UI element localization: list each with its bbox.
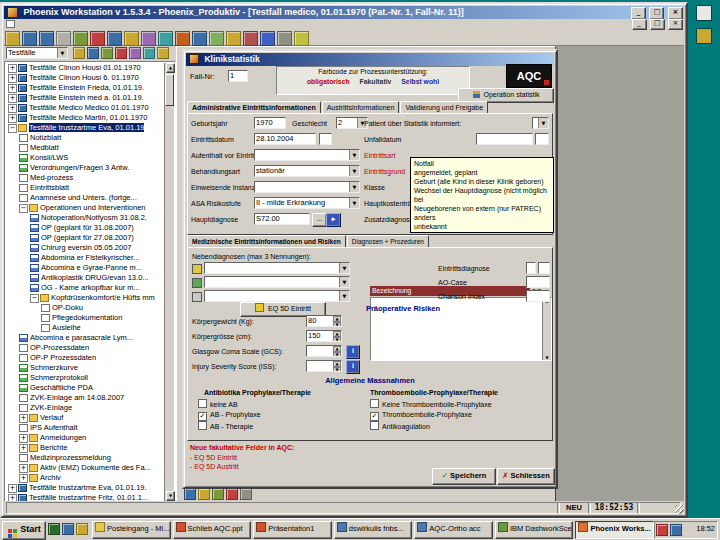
chevron-down-icon[interactable]: ▼ bbox=[349, 150, 359, 160]
tree-item[interactable]: Verordnungen/Fragen 3 Antw. bbox=[6, 163, 162, 173]
spin-down-icon[interactable]: ▼ bbox=[333, 322, 341, 327]
nebendiagnose-combo[interactable]: ▼ bbox=[204, 290, 350, 302]
document-toolbar-icon[interactable] bbox=[198, 488, 210, 500]
tree-item[interactable]: Med-prozess bbox=[6, 173, 162, 183]
unfalldatum-field[interactable] bbox=[476, 133, 533, 145]
dropdown-option[interactable]: anders bbox=[412, 213, 552, 222]
document-toolbar-icon[interactable] bbox=[184, 488, 196, 500]
chevron-down-icon[interactable]: ▼ bbox=[57, 48, 67, 58]
toolbar-icon[interactable] bbox=[5, 31, 20, 46]
tree-item[interactable]: OP-Doku bbox=[6, 303, 162, 313]
resize-grip[interactable] bbox=[675, 505, 684, 514]
eintrittsdatum-field[interactable]: 28.10.2004 bbox=[254, 133, 316, 145]
behandlungsart-combo[interactable]: stationär▼ bbox=[254, 165, 360, 177]
tree-item[interactable]: +Testfälle Clinon Housi 6. 01.1970 bbox=[6, 73, 162, 83]
checkbox-checked-icon[interactable]: ✓ bbox=[370, 412, 379, 421]
taskbar-task[interactable]: dswirkulis fnbs... bbox=[334, 521, 413, 539]
toolbar-icon[interactable] bbox=[56, 31, 71, 46]
tree-expander-icon[interactable]: + bbox=[8, 494, 17, 501]
tree-item[interactable]: OP (geplant für 31.08.2007) bbox=[6, 223, 162, 233]
quick-launch-icon[interactable] bbox=[48, 523, 60, 535]
checkbox-icon[interactable] bbox=[198, 421, 207, 430]
dropdown-option[interactable]: Neugeborenen von extern (nur PATREC) bbox=[412, 204, 552, 213]
tree-expander-icon[interactable]: − bbox=[19, 204, 28, 213]
tree-item[interactable]: Eintrittsblatt bbox=[6, 183, 162, 193]
toolbar-icon[interactable] bbox=[277, 31, 292, 46]
tree-item[interactable]: +Testfälle Clinon Housi 01.01.1970 bbox=[6, 63, 162, 73]
tree-item[interactable]: +Verlauf bbox=[6, 413, 162, 423]
tree-toolbar-icon[interactable] bbox=[157, 47, 169, 59]
tree-item[interactable]: IPS Aufenthalt bbox=[6, 423, 162, 433]
antibiotika-option-row[interactable]: keine AB bbox=[198, 399, 238, 409]
dialog-titlebar[interactable]: Klinikstatistik bbox=[186, 53, 554, 66]
tree-item[interactable]: Abcomina e parasacrale Lym... bbox=[6, 333, 162, 343]
tree-expander-icon[interactable]: + bbox=[8, 84, 17, 93]
tree-item[interactable]: Schmerzkurve bbox=[6, 363, 162, 373]
tree-expander-icon[interactable]: + bbox=[8, 104, 17, 113]
toolbar-icon[interactable] bbox=[260, 31, 275, 46]
tree-toolbar-icon[interactable] bbox=[73, 47, 85, 59]
tree-item[interactable]: Medblatt bbox=[6, 143, 162, 153]
mdi-minimize-button[interactable]: _ bbox=[632, 19, 647, 30]
tree-item[interactable]: Ausleihe bbox=[6, 323, 162, 333]
dropdown-option[interactable]: angemeldet, geplant bbox=[412, 168, 552, 177]
tree-expander-icon[interactable]: − bbox=[30, 294, 39, 303]
tree-item[interactable]: −Operationen und Interventionen bbox=[6, 203, 162, 213]
tree-item[interactable]: +Testfälle trustzartme Fritz, 01.01.1... bbox=[6, 493, 162, 501]
spin-down-icon[interactable]: ▼ bbox=[333, 337, 341, 342]
spinner-arrows[interactable]: ▲▼ bbox=[333, 331, 341, 341]
taskbar-task[interactable]: AQC-Ortho acc bbox=[414, 521, 493, 539]
tree-toolbar-icon[interactable] bbox=[87, 47, 99, 59]
mdi-close-button[interactable]: × bbox=[668, 19, 683, 30]
tree-item[interactable]: Abcomina e Gyrae-Panne m... bbox=[6, 263, 162, 273]
tree-expander-icon[interactable]: + bbox=[8, 64, 17, 73]
checkbox-icon[interactable] bbox=[370, 399, 379, 408]
checkbox-checked-icon[interactable]: ✓ bbox=[198, 412, 207, 421]
desktop-icon[interactable] bbox=[696, 28, 712, 44]
mdi-restore-button[interactable]: □ bbox=[650, 19, 665, 30]
toolbar-icon[interactable] bbox=[39, 31, 54, 46]
quick-launch-icon[interactable] bbox=[76, 523, 88, 535]
tree-item[interactable]: OP (geplant für 27.08.2007) bbox=[6, 233, 162, 243]
risk-list-scrollbar[interactable]: ▲ ▼ bbox=[542, 298, 551, 360]
aufenthalt-combo[interactable]: ▼ bbox=[254, 149, 360, 161]
tree-item[interactable]: +Testfälle Medico Medico 01.01.1970 bbox=[6, 103, 162, 113]
spin-down-icon[interactable]: ▼ bbox=[333, 367, 341, 372]
medical-tab[interactable]: Diagnosen + Prozeduren bbox=[347, 235, 429, 247]
tree-item[interactable]: +Berichte bbox=[6, 443, 162, 453]
taskbar-task[interactable]: Präsentation1 bbox=[253, 521, 332, 539]
spinner-arrows[interactable]: ▲▼ bbox=[333, 346, 341, 356]
desktop-icon[interactable] bbox=[696, 5, 712, 21]
close-button[interactable]: × bbox=[668, 7, 683, 19]
ao-case-field[interactable] bbox=[526, 276, 550, 288]
tree-item[interactable]: OG - Kame arkopfbar kur m... bbox=[6, 283, 162, 293]
tree-item[interactable]: ZVK-Einlage bbox=[6, 403, 162, 413]
tree-item[interactable]: +Testfälle Einstein Frieda, 01.01.19. bbox=[6, 83, 162, 93]
geburtsjahr-field[interactable]: 1970 bbox=[254, 117, 286, 129]
tree-item[interactable]: Antikoplastik DRUG/evan 13.0... bbox=[6, 273, 162, 283]
minimize-button[interactable]: _ bbox=[631, 7, 646, 19]
einweisende-instanz-combo[interactable]: ▼ bbox=[254, 181, 360, 193]
tree-expander-icon[interactable]: + bbox=[8, 114, 17, 123]
tree-item[interactable]: Chirurg eversin 05.05.2007 bbox=[6, 243, 162, 253]
spinner-arrows[interactable]: ▲▼ bbox=[333, 361, 341, 371]
tree-expander-icon[interactable]: + bbox=[8, 74, 17, 83]
eintrittsdiagnose-field[interactable] bbox=[538, 262, 550, 274]
chevron-down-icon[interactable]: ▼ bbox=[349, 182, 359, 192]
tree-expander-icon[interactable]: + bbox=[19, 434, 28, 443]
tree-expander-icon[interactable]: + bbox=[8, 484, 17, 493]
dropdown-option[interactable]: unbekannt bbox=[412, 222, 552, 231]
medical-tab[interactable]: Medizinische Eintrittsinformationen und … bbox=[187, 235, 346, 247]
toolbar-icon[interactable] bbox=[158, 31, 173, 46]
checkbox-icon[interactable] bbox=[198, 399, 207, 408]
checkbox-icon[interactable] bbox=[370, 421, 379, 430]
tree-item[interactable]: Pflegedokumentation bbox=[6, 313, 162, 323]
document-toolbar-icon[interactable] bbox=[226, 488, 238, 500]
tree-item[interactable]: Medizinprozessmeldung bbox=[6, 453, 162, 463]
toolbar-icon[interactable] bbox=[209, 31, 224, 46]
toolbar-icon[interactable] bbox=[22, 31, 37, 46]
chevron-down-icon[interactable]: ▼ bbox=[339, 291, 349, 301]
eintrittsart-dropdown[interactable]: Notfallangemeldet, geplantGeburt (alle K… bbox=[410, 157, 554, 233]
tree-expander-icon[interactable]: + bbox=[8, 94, 17, 103]
window-titlebar[interactable]: Phoenix Workstation v 1.5.3.4 - Phoenix_… bbox=[4, 6, 684, 19]
